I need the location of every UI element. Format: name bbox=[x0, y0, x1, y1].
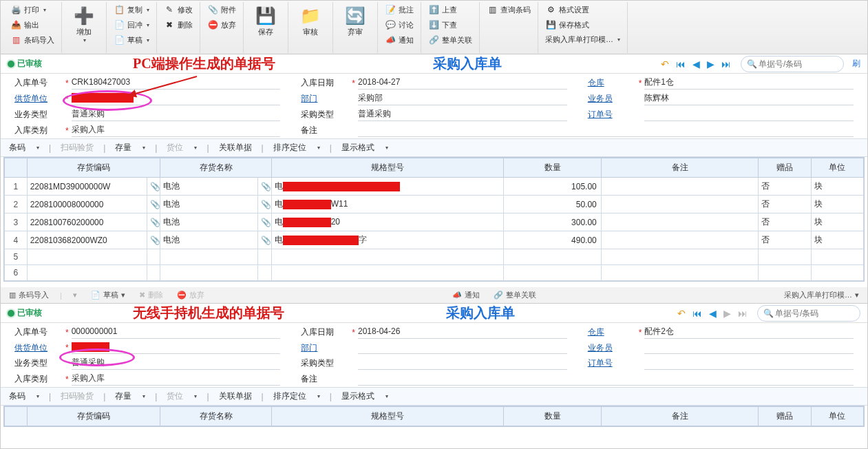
class-label: 入库类别 bbox=[14, 125, 63, 136]
delete-btn2[interactable]: ✖ 删除 bbox=[136, 289, 166, 302]
first-icon[interactable]: ⏮ bbox=[675, 57, 687, 71]
notify-btn2[interactable]: 📣 通知 bbox=[449, 289, 483, 302]
delete-button[interactable]: ✖删除 bbox=[161, 17, 195, 32]
dept-value[interactable]: 采购部 bbox=[358, 92, 567, 105]
discard-button[interactable]: ⛔放弃 bbox=[204, 17, 239, 32]
date-label: 入库日期 bbox=[301, 77, 349, 89]
prev-icon-b[interactable]: ◀ bbox=[708, 306, 718, 320]
output-button[interactable]: 📤输出 bbox=[8, 17, 57, 32]
link-icon: 🔗 bbox=[428, 34, 439, 45]
bc-import-btn2[interactable]: ▥ 条码导入 bbox=[6, 289, 52, 302]
supplier-label[interactable]: 供货单位 bbox=[14, 93, 63, 105]
print-template-button[interactable]: 采购入库单打印模…▾ bbox=[542, 32, 623, 47]
discard-btn2[interactable]: ⛔ 放弃 bbox=[174, 289, 207, 302]
dept-label[interactable]: 部门 bbox=[301, 93, 349, 105]
save-format-button[interactable]: 💾保存格式 bbox=[542, 17, 623, 32]
supplier-value-b[interactable] bbox=[72, 342, 281, 354]
remark-value[interactable] bbox=[358, 125, 854, 137]
last-icon-b[interactable]: ⏭ bbox=[737, 306, 749, 320]
table-row[interactable]: 122081MD39000000W📎电池📎电105.00否块 bbox=[5, 178, 864, 196]
format-button[interactable]: ⚙格式设置 bbox=[542, 2, 623, 17]
stamp-icon: 📁 bbox=[299, 5, 321, 27]
supplier-value[interactable] bbox=[72, 93, 281, 105]
abandon-button[interactable]: 🔄弃审 bbox=[337, 2, 373, 40]
batch-approve-button[interactable]: 📝批注 bbox=[382, 2, 416, 17]
abandon-icon: 🔄 bbox=[344, 5, 366, 27]
settle-button[interactable]: 📄回冲▾ bbox=[111, 17, 152, 32]
table-row[interactable]: 42208103682000WZ0📎电池📎电字490.00否块 bbox=[5, 231, 864, 249]
doc-title-bottom: 采购入库单 bbox=[446, 305, 515, 320]
tb-stock[interactable]: 存量 bbox=[115, 142, 131, 154]
barcode-icon: ▥ bbox=[487, 4, 498, 15]
paperclip-icon: 📎 bbox=[261, 200, 271, 209]
search-box[interactable]: 🔍 bbox=[741, 56, 844, 72]
date-value-b[interactable]: 2018-04-26 bbox=[358, 326, 567, 339]
next-icon-b[interactable]: ▶ bbox=[722, 306, 732, 320]
date-value[interactable]: 2018-04-27 bbox=[358, 77, 567, 90]
search-box-b[interactable]: 🔍 bbox=[757, 305, 860, 322]
ptype-value[interactable]: 普通采购 bbox=[358, 108, 567, 121]
table-header: 存货编码存货名称规格型号数量备注赠品单位 bbox=[5, 158, 864, 178]
billno-value[interactable]: CRK180427003 bbox=[72, 77, 281, 90]
ribbon-bottom-small: ▥ 条码导入 | ▾ 📄 草稿 ▾ ✖ 删除 ⛔ 放弃 📣 通知 🔗 整单关联 … bbox=[1, 287, 867, 304]
up-icon: ⬆️ bbox=[428, 4, 439, 15]
table-row[interactable]: 6 bbox=[5, 265, 864, 281]
closeall-btn2[interactable]: 🔗 整单关联 bbox=[491, 289, 539, 302]
billno-value-b[interactable]: 0000000001 bbox=[72, 326, 281, 339]
lookup-up-button[interactable]: ⬆️上查 bbox=[425, 2, 475, 17]
search-input[interactable] bbox=[757, 59, 863, 70]
attach-button[interactable]: 📎附件 bbox=[204, 2, 239, 17]
search-input-b[interactable] bbox=[774, 308, 868, 319]
search-icon-b: 🔍 bbox=[763, 309, 774, 318]
paperclip-icon: 📎 bbox=[261, 182, 271, 191]
tb-slot[interactable]: 货位 bbox=[167, 142, 183, 154]
next-icon[interactable]: ▶ bbox=[706, 57, 716, 71]
wh-value-b[interactable]: 配件2仓 bbox=[644, 326, 854, 339]
printtpl-btn2[interactable]: 采购入库单打印模… ▾ bbox=[781, 289, 862, 302]
clerk-label[interactable]: 业务员 bbox=[588, 93, 636, 105]
status-bar-top: 已审核 PC端操作生成的单据号 采购入库单 ↶ ⏮ ◀ ▶ ⏭ 🔍 刷 bbox=[1, 54, 867, 74]
table-row[interactable]: 22208100008000000📎电池📎电W1150.00否块 bbox=[5, 196, 864, 213]
draft-button[interactable]: 📄草稿▾ bbox=[111, 32, 152, 48]
biztype-value[interactable]: 普通采购 bbox=[72, 108, 281, 121]
class-value[interactable]: 采购入库 bbox=[72, 124, 281, 137]
close-all-button[interactable]: 🔗整单关联 bbox=[425, 32, 475, 48]
tb-sort[interactable]: 排序定位 bbox=[273, 142, 306, 154]
tb-disp[interactable]: 显示格式 bbox=[341, 142, 374, 154]
tb-scan[interactable]: 扫码验货 bbox=[61, 142, 94, 154]
ribbon-top: 🖨️打印▾ 📤输出 ▥条码导入 ➕增加▾ 📋复制▾ 📄回冲▾ 📄草稿▾ ✎修改 … bbox=[1, 1, 867, 54]
save-icon: 💾 bbox=[545, 19, 556, 30]
grid-toolbar-top: 条码▾| 扫码验货| 存量▾| 货位▾| 关联单据| 排序定位▾| 显示格式▾ bbox=[1, 138, 867, 157]
approve-button[interactable]: 📁审核 bbox=[293, 2, 328, 40]
grid-top[interactable]: 存货编码存货名称规格型号数量备注赠品单位 122081MD39000000W📎电… bbox=[3, 157, 865, 282]
first-icon-b[interactable]: ⏮ bbox=[691, 306, 703, 320]
chat-icon: 💬 bbox=[385, 19, 396, 30]
warehouse-label[interactable]: 仓库 bbox=[588, 77, 636, 89]
print-button[interactable]: 🖨️打印▾ bbox=[8, 2, 57, 17]
table-row[interactable]: 32208100760200000📎电池📎电20300.00否块 bbox=[5, 213, 864, 231]
edit-button[interactable]: ✎修改 bbox=[161, 2, 195, 17]
refresh-link[interactable]: 刷 bbox=[852, 58, 860, 70]
barcode-import-button[interactable]: ▥条码导入 bbox=[8, 32, 57, 48]
undo-icon-b[interactable]: ↶ bbox=[676, 306, 687, 320]
last-icon[interactable]: ⏭ bbox=[720, 57, 732, 71]
notify-button[interactable]: 📣通知 bbox=[382, 32, 416, 48]
draft-btn2[interactable]: 📄 草稿 ▾ bbox=[88, 289, 128, 302]
add-button[interactable]: ➕增加▾ bbox=[66, 2, 102, 46]
clerk-value[interactable]: 陈辉林 bbox=[644, 92, 854, 105]
save-button[interactable]: 💾保存 bbox=[248, 2, 284, 40]
warehouse-value[interactable]: 配件1仓 bbox=[644, 76, 854, 90]
tb-link[interactable]: 关联单据 bbox=[219, 142, 252, 154]
lookup-down-button[interactable]: ⬇️下查 bbox=[425, 17, 475, 32]
undo-icon[interactable]: ↶ bbox=[659, 57, 670, 71]
order-label[interactable]: 订单号 bbox=[588, 109, 636, 121]
discuss-button[interactable]: 💬讨论 bbox=[382, 17, 416, 32]
tb-barcode[interactable]: 条码 bbox=[9, 142, 25, 154]
copy-button[interactable]: 📋复制▾ bbox=[111, 2, 152, 17]
paperclip-icon: 📎 bbox=[150, 218, 160, 227]
query-barcode-button[interactable]: ▥查询条码 bbox=[484, 2, 533, 17]
prev-icon[interactable]: ◀ bbox=[691, 57, 701, 71]
order-value[interactable] bbox=[644, 109, 854, 121]
grid-bottom[interactable]: 存货编码存货名称规格型号数量备注赠品单位 bbox=[3, 406, 865, 427]
table-row[interactable]: 5 bbox=[5, 249, 864, 265]
